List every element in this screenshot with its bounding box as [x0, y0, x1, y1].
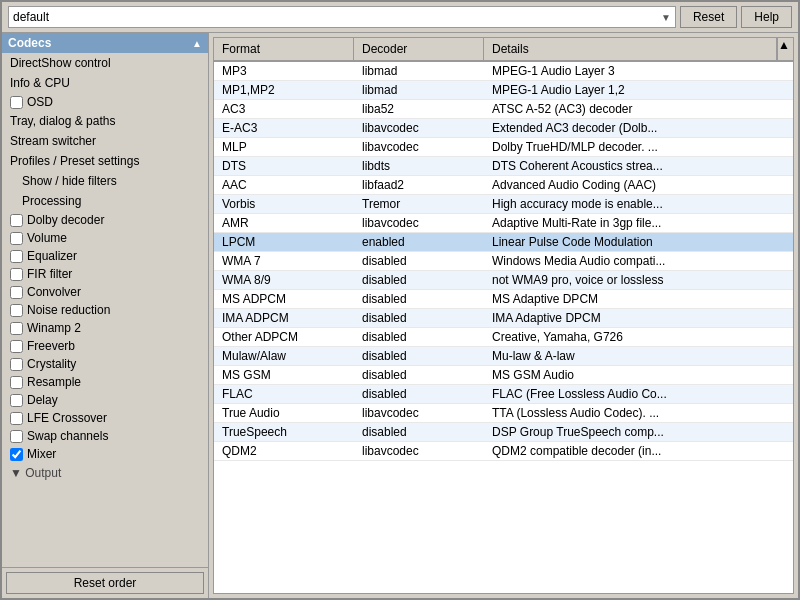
table-row[interactable]: MS ADPCM disabled MS Adaptive DPCM	[214, 290, 793, 309]
col-decoder: Decoder	[354, 38, 484, 60]
sidebar-item-dolby[interactable]: Dolby decoder	[2, 211, 208, 229]
table-row[interactable]: Mulaw/Alaw disabled Mu-law & A-law	[214, 347, 793, 366]
noise-reduction-checkbox[interactable]	[10, 304, 23, 317]
cell-decoder: disabled	[354, 309, 484, 327]
sidebar-item-mixer[interactable]: Mixer	[2, 445, 208, 463]
cell-details: Advanced Audio Coding (AAC)	[484, 176, 793, 194]
winamp-checkbox[interactable]	[10, 322, 23, 335]
sidebar-item-lfe[interactable]: LFE Crossover	[2, 409, 208, 427]
mixer-checkbox[interactable]	[10, 448, 23, 461]
freeverb-checkbox[interactable]	[10, 340, 23, 353]
convolver-checkbox[interactable]	[10, 286, 23, 299]
reset-order-button[interactable]: Reset order	[6, 572, 204, 594]
sidebar-item-fir[interactable]: FIR filter	[2, 265, 208, 283]
equalizer-checkbox[interactable]	[10, 250, 23, 263]
table-row[interactable]: MP1,MP2 libmad MPEG-1 Audio Layer 1,2	[214, 81, 793, 100]
cell-details: Extended AC3 decoder (Dolb...	[484, 119, 793, 137]
table-row[interactable]: QDM2 libavcodec QDM2 compatible decoder …	[214, 442, 793, 461]
table-row[interactable]: Vorbis Tremor High accuracy mode is enab…	[214, 195, 793, 214]
sidebar-item-output[interactable]: ▼ Output	[2, 463, 208, 483]
cell-format: LPCM	[214, 233, 354, 251]
dolby-checkbox[interactable]	[10, 214, 23, 227]
table-row[interactable]: MS GSM disabled MS GSM Audio	[214, 366, 793, 385]
cell-details: High accuracy mode is enable...	[484, 195, 793, 213]
sidebar-item-freeverb[interactable]: Freeverb	[2, 337, 208, 355]
table-header: Format Decoder Details ▲	[214, 38, 793, 62]
winamp-label: Winamp 2	[27, 321, 81, 335]
osd-checkbox[interactable]	[10, 96, 23, 109]
sidebar-item-crystality[interactable]: Crystality	[2, 355, 208, 373]
resample-checkbox[interactable]	[10, 376, 23, 389]
lfe-checkbox[interactable]	[10, 412, 23, 425]
swap-label: Swap channels	[27, 429, 108, 443]
table-row[interactable]: WMA 7 disabled Windows Media Audio compa…	[214, 252, 793, 271]
sidebar-item-processing[interactable]: Processing	[2, 191, 208, 211]
cell-details: Adaptive Multi-Rate in 3gp file...	[484, 214, 793, 232]
sidebar-item-equalizer[interactable]: Equalizer	[2, 247, 208, 265]
reset-button[interactable]: Reset	[680, 6, 737, 28]
swap-checkbox[interactable]	[10, 430, 23, 443]
table-row[interactable]: E-AC3 libavcodec Extended AC3 decoder (D…	[214, 119, 793, 138]
sidebar-item-swap[interactable]: Swap channels	[2, 427, 208, 445]
sidebar-item-show-hide-filters[interactable]: Show / hide filters	[2, 171, 208, 191]
cell-details: DSP Group TrueSpeech comp...	[484, 423, 793, 441]
cell-format: FLAC	[214, 385, 354, 403]
sidebar-item-winamp[interactable]: Winamp 2	[2, 319, 208, 337]
sidebar-item-volume[interactable]: Volume	[2, 229, 208, 247]
cell-details: Windows Media Audio compati...	[484, 252, 793, 270]
osd-label: OSD	[27, 95, 53, 109]
sidebar-scroll[interactable]: DirectShow control Info & CPU OSD Tray, …	[2, 53, 208, 567]
preset-dropdown[interactable]: default ▼	[8, 6, 676, 28]
table-row[interactable]: MP3 libmad MPEG-1 Audio Layer 3	[214, 62, 793, 81]
cell-decoder: libdts	[354, 157, 484, 175]
table-row[interactable]: WMA 8/9 disabled not WMA9 pro, voice or …	[214, 271, 793, 290]
top-bar: default ▼ Reset Help	[2, 2, 798, 33]
table-row[interactable]: True Audio libavcodec TTA (Lossless Audi…	[214, 404, 793, 423]
cell-format: TrueSpeech	[214, 423, 354, 441]
cell-decoder: libavcodec	[354, 404, 484, 422]
cell-format: MS ADPCM	[214, 290, 354, 308]
sidebar-item-osd[interactable]: OSD	[2, 93, 208, 111]
cell-decoder: disabled	[354, 366, 484, 384]
table-row[interactable]: DTS libdts DTS Coherent Acoustics strea.…	[214, 157, 793, 176]
cell-format: Vorbis	[214, 195, 354, 213]
col-details: Details	[484, 38, 777, 60]
table-body[interactable]: MP3 libmad MPEG-1 Audio Layer 3 MP1,MP2 …	[214, 62, 793, 593]
volume-checkbox[interactable]	[10, 232, 23, 245]
scroll-up-icon[interactable]: ▲	[777, 38, 793, 60]
sidebar-item-directshow[interactable]: DirectShow control	[2, 53, 208, 73]
crystality-checkbox[interactable]	[10, 358, 23, 371]
sidebar-item-noise-reduction[interactable]: Noise reduction	[2, 301, 208, 319]
cell-decoder: libmad	[354, 62, 484, 80]
table-row[interactable]: AC3 liba52 ATSC A-52 (AC3) decoder	[214, 100, 793, 119]
cell-details: MPEG-1 Audio Layer 1,2	[484, 81, 793, 99]
table-row[interactable]: MLP libavcodec Dolby TrueHD/MLP decoder.…	[214, 138, 793, 157]
sidebar-item-resample[interactable]: Resample	[2, 373, 208, 391]
sidebar-item-stream-switcher[interactable]: Stream switcher	[2, 131, 208, 151]
table-row[interactable]: Other ADPCM disabled Creative, Yamaha, G…	[214, 328, 793, 347]
table-row[interactable]: AMR libavcodec Adaptive Multi-Rate in 3g…	[214, 214, 793, 233]
sidebar-item-convolver[interactable]: Convolver	[2, 283, 208, 301]
sidebar-scroll-up-icon[interactable]: ▲	[192, 38, 202, 49]
sidebar-item-delay[interactable]: Delay	[2, 391, 208, 409]
cell-decoder: disabled	[354, 347, 484, 365]
sidebar-item-info-cpu[interactable]: Info & CPU	[2, 73, 208, 93]
table-row[interactable]: LPCM enabled Linear Pulse Code Modulatio…	[214, 233, 793, 252]
cell-format: Other ADPCM	[214, 328, 354, 346]
table-row[interactable]: TrueSpeech disabled DSP Group TrueSpeech…	[214, 423, 793, 442]
cell-decoder: liba52	[354, 100, 484, 118]
cell-format: QDM2	[214, 442, 354, 460]
sidebar-item-profiles[interactable]: Profiles / Preset settings	[2, 151, 208, 171]
table-row[interactable]: AAC libfaad2 Advanced Audio Coding (AAC)	[214, 176, 793, 195]
help-button[interactable]: Help	[741, 6, 792, 28]
cell-decoder: disabled	[354, 290, 484, 308]
table-row[interactable]: IMA ADPCM disabled IMA Adaptive DPCM	[214, 309, 793, 328]
table-row[interactable]: FLAC disabled FLAC (Free Lossless Audio …	[214, 385, 793, 404]
resample-label: Resample	[27, 375, 81, 389]
delay-checkbox[interactable]	[10, 394, 23, 407]
sidebar-item-tray[interactable]: Tray, dialog & paths	[2, 111, 208, 131]
cell-details: not WMA9 pro, voice or lossless	[484, 271, 793, 289]
main-window: default ▼ Reset Help Codecs ▲ DirectShow…	[0, 0, 800, 600]
dropdown-arrow-icon: ▼	[661, 12, 671, 23]
fir-checkbox[interactable]	[10, 268, 23, 281]
